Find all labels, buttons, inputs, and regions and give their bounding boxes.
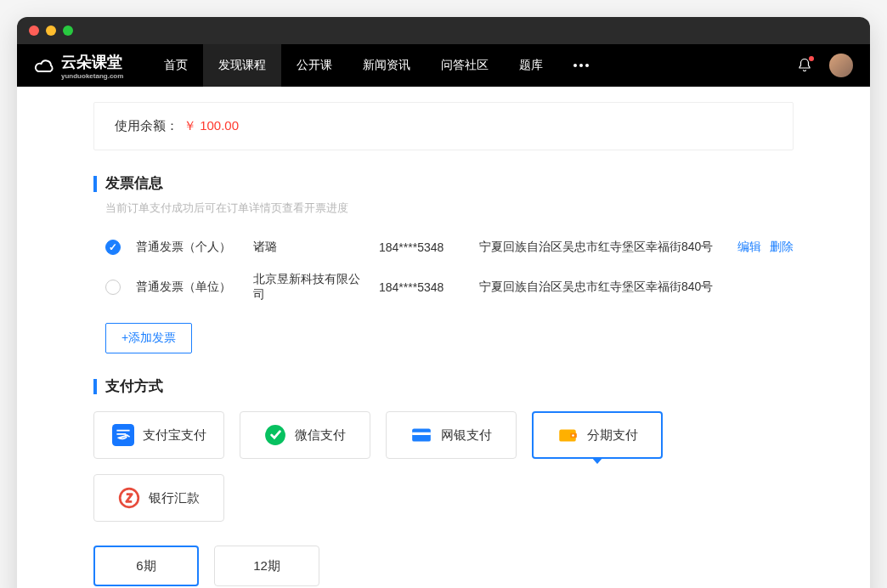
top-nav: 云朵课堂 yunduoketang.com 首页 发现课程 公开课 新闻资讯 问…: [17, 44, 870, 87]
invoice-addr: 宁夏回族自治区吴忠市红寺堡区幸福街840号: [479, 280, 794, 295]
nav-bank[interactable]: 题库: [504, 44, 558, 87]
window-close[interactable]: [29, 25, 39, 36]
titlebar: [17, 17, 870, 44]
balance-label: 使用余额：: [115, 118, 178, 133]
main-content: 使用余额：￥ 100.00 发票信息 当前订单支付成功后可在订单详情页查看开票进…: [17, 87, 870, 588]
nav-public[interactable]: 公开课: [281, 44, 347, 87]
nav-qa[interactable]: 问答社区: [426, 44, 504, 87]
pay-label: 银行汇款: [149, 490, 200, 506]
invoice-list: 普通发票（个人） 诸璐 184****5348 宁夏回族自治区吴忠市红寺堡区幸福…: [93, 231, 794, 311]
window-maximize[interactable]: [63, 25, 73, 36]
bank-icon: [118, 487, 140, 509]
notification-bell[interactable]: [797, 58, 812, 73]
wallet-icon: [556, 424, 579, 446]
nav-discover[interactable]: 发现课程: [203, 44, 281, 87]
svg-rect-0: [112, 424, 134, 446]
pay-bank[interactable]: 网银支付: [386, 411, 517, 459]
pay-label: 分期支付: [587, 427, 638, 444]
pay-transfer[interactable]: 银行汇款: [93, 474, 224, 522]
invoice-actions: 编辑 删除: [737, 240, 794, 255]
invoice-section: 发票信息 当前订单支付成功后可在订单详情页查看开票进度 普通发票（个人） 诸璐 …: [93, 176, 794, 353]
alipay-icon: [112, 424, 134, 446]
nav-items: 首页 发现课程 公开课 新闻资讯 问答社区 题库: [149, 44, 604, 87]
balance-card: 使用余额：￥ 100.00: [93, 102, 794, 150]
brand-name: 云朵课堂: [61, 52, 123, 72]
payment-section: 支付方式 支付宝支付 微信支付 网银支付 分期支付: [93, 379, 794, 588]
invoice-addr: 宁夏回族自治区吴忠市红寺堡区幸福街840号: [479, 240, 722, 255]
invoice-radio[interactable]: [105, 240, 121, 255]
delete-link[interactable]: 删除: [770, 240, 794, 255]
svg-rect-3: [412, 433, 431, 435]
invoice-title: 发票信息: [93, 176, 794, 192]
add-invoice-button[interactable]: +添加发票: [105, 323, 192, 353]
nav-more[interactable]: [558, 44, 604, 87]
pay-label: 网银支付: [441, 427, 492, 444]
invoice-row: 普通发票（单位） 北京昱新科技有限公司 184****5348 宁夏回族自治区吴…: [93, 263, 794, 311]
period-6[interactable]: 6期: [93, 546, 199, 586]
invoice-hint: 当前订单支付成功后可在订单详情页查看开票进度: [93, 201, 794, 216]
wechat-icon: [264, 424, 286, 446]
bell-icon: [797, 58, 812, 73]
pay-installment[interactable]: 分期支付: [532, 411, 663, 459]
edit-link[interactable]: 编辑: [737, 240, 761, 255]
installment-periods: 6期 12期: [93, 546, 794, 586]
invoice-radio[interactable]: [105, 280, 121, 295]
invoice-phone: 184****5348: [379, 280, 464, 294]
payment-title: 支付方式: [93, 379, 794, 395]
payment-methods: 支付宝支付 微信支付 网银支付 分期支付 银行汇款: [93, 411, 794, 522]
pay-alipay[interactable]: 支付宝支付: [93, 411, 224, 459]
brand-logo[interactable]: 云朵课堂 yunduoketang.com: [34, 52, 123, 80]
pay-label: 支付宝支付: [143, 427, 206, 444]
invoice-name: 诸璐: [253, 240, 364, 255]
invoice-row: 普通发票（个人） 诸璐 184****5348 宁夏回族自治区吴忠市红寺堡区幸福…: [93, 231, 794, 263]
brand-sub: yunduoketang.com: [61, 72, 123, 80]
window-minimize[interactable]: [46, 25, 56, 36]
svg-point-6: [572, 435, 574, 438]
pay-label: 微信支付: [295, 427, 346, 444]
avatar[interactable]: [829, 54, 853, 77]
balance-amount: ￥ 100.00: [184, 118, 239, 133]
invoice-phone: 184****5348: [379, 240, 464, 254]
pay-wechat[interactable]: 微信支付: [240, 411, 370, 459]
app-window: 云朵课堂 yunduoketang.com 首页 发现课程 公开课 新闻资讯 问…: [17, 17, 870, 588]
nav-right: [797, 54, 853, 77]
invoice-type: 普通发票（个人）: [136, 240, 238, 255]
period-12[interactable]: 12期: [214, 546, 319, 586]
bankcard-icon: [410, 424, 432, 446]
nav-news[interactable]: 新闻资讯: [347, 44, 426, 87]
nav-home[interactable]: 首页: [149, 44, 203, 87]
invoice-name: 北京昱新科技有限公司: [253, 272, 364, 302]
invoice-type: 普通发票（单位）: [136, 280, 238, 295]
cloud-icon: [34, 57, 56, 74]
